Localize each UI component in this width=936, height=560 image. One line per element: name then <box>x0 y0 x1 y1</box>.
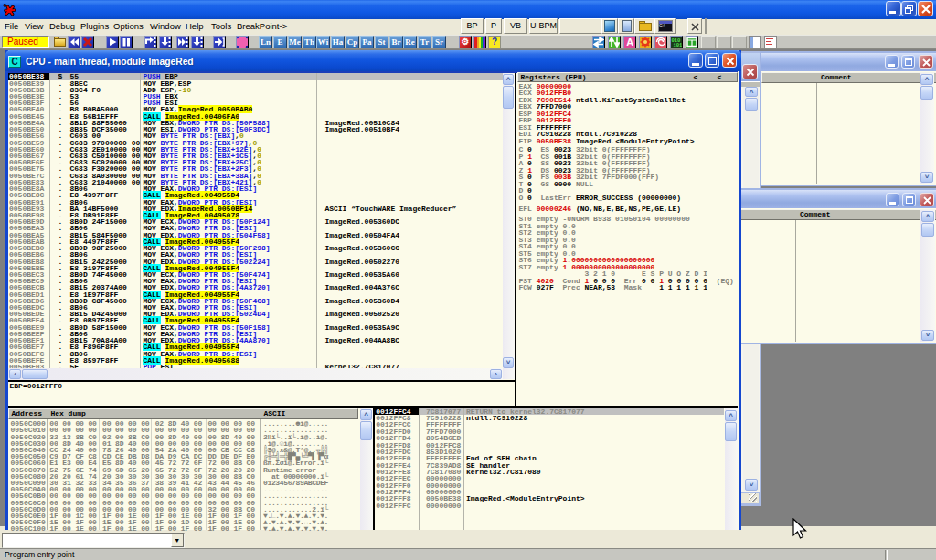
svg-text:101: 101 <box>674 42 683 48</box>
svg-text:A: A <box>626 37 633 48</box>
